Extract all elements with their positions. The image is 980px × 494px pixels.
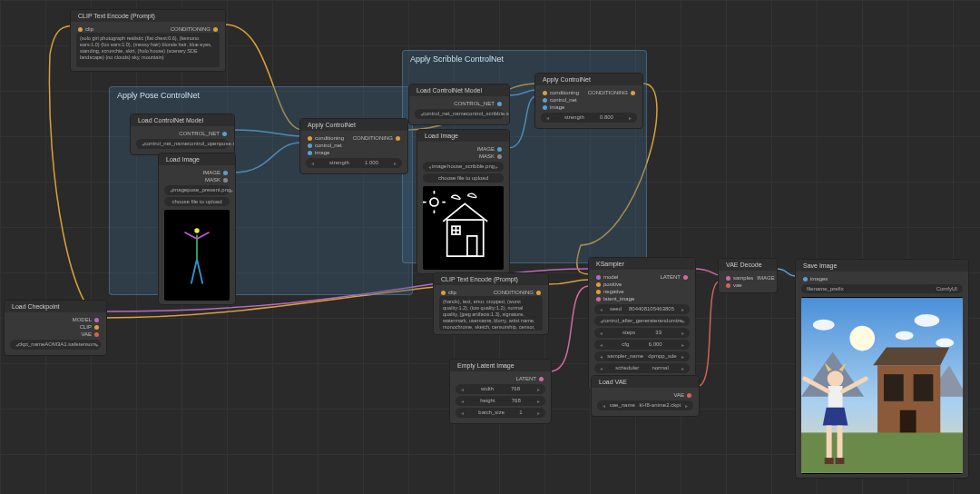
pose-preview xyxy=(164,210,230,301)
port-model: MODEL xyxy=(73,317,92,322)
svg-marker-36 xyxy=(823,408,848,426)
svg-point-2 xyxy=(194,228,199,232)
node-clip-encode[interactable]: CLIP Text Encode (Prompt) clip CONDITION… xyxy=(70,9,226,72)
port-in-clip: clip xyxy=(448,290,456,295)
port-mask: MASK xyxy=(205,177,220,183)
svg-rect-42 xyxy=(836,458,845,464)
port-out-conditioning: CONDITIONING xyxy=(171,26,211,32)
node-title: KSampler xyxy=(589,258,695,270)
port-mask: MASK xyxy=(479,153,495,159)
svg-rect-35 xyxy=(828,386,843,408)
node-scribble-load-image[interactable]: Load Image IMAGE MASK ◂imagehouse_scribb… xyxy=(416,129,510,274)
svg-rect-29 xyxy=(914,374,934,401)
port-images: images xyxy=(810,276,828,282)
port-controlnet: CONTROL_NET xyxy=(454,101,495,106)
port-image: IMAGE xyxy=(477,146,495,152)
node-save-image[interactable]: Save Image images filename_prefixComfyUI xyxy=(795,259,969,479)
prompt-text-neg[interactable]: (hands), text, error, cropped, (worst qu… xyxy=(439,296,543,331)
group-scribble-title: Apply Scribble ControlNet xyxy=(403,51,646,67)
port-image: IMAGE xyxy=(203,170,220,175)
node-title: CLIP Text Encode (Prompt) xyxy=(434,273,548,285)
port-model: model xyxy=(603,274,618,280)
port-vae: VAE xyxy=(673,392,684,398)
port-latent-in: latent_image xyxy=(603,296,634,301)
port-cond-out: CONDITIONING xyxy=(588,90,628,95)
node-title: VAE Decode xyxy=(719,259,777,271)
node-scribble-apply-cn[interactable]: Apply ControlNet conditioningCONDITIONIN… xyxy=(534,73,643,129)
port-vae: VAE xyxy=(81,331,92,337)
svg-rect-41 xyxy=(825,458,834,464)
batch-widget[interactable]: ◂batch_size1▸ xyxy=(456,408,545,418)
port-controlnet: CONTROL_NET xyxy=(179,131,220,136)
svg-point-19 xyxy=(849,326,875,351)
upload-hint[interactable]: choose file to upload xyxy=(164,197,230,206)
vae-name-widget[interactable]: ◂vae_namekl-f8-anime2.ckpt▸ xyxy=(597,400,693,410)
node-title: Load Image xyxy=(159,153,235,165)
node-title: Apply ControlNet xyxy=(300,119,407,131)
port-vae: vae xyxy=(733,282,742,288)
upload-hint[interactable]: choose file to upload xyxy=(423,173,504,183)
port-negative: negative xyxy=(603,289,624,294)
steps-widget[interactable]: ◂steps33▸ xyxy=(594,328,690,338)
strength-widget[interactable]: ◂strength0.800▸ xyxy=(541,113,637,123)
svg-point-23 xyxy=(896,331,914,341)
svg-point-21 xyxy=(915,314,940,327)
port-cn-in: control_net xyxy=(550,97,577,103)
port-cn-in: control_net xyxy=(315,143,342,148)
node-title: Save Image xyxy=(796,260,968,272)
svg-rect-28 xyxy=(884,374,904,401)
svg-point-22 xyxy=(936,339,954,348)
group-pose-title: Apply Pose ControlNet xyxy=(110,87,412,104)
cfg-widget[interactable]: ◂cfg6.000▸ xyxy=(594,340,690,350)
node-pose-load-image[interactable]: Load Image IMAGE MASK ◂imagepose_present… xyxy=(158,153,236,305)
img-widget[interactable]: ◂imagepose_present.png▸ xyxy=(164,185,230,195)
node-ksampler[interactable]: KSampler modelLATENT positive negative l… xyxy=(588,257,696,391)
output-preview xyxy=(801,297,963,474)
svg-rect-31 xyxy=(801,432,963,473)
filename-widget[interactable]: filename_prefixComfyUI xyxy=(801,284,963,293)
port-cond-in: conditioning xyxy=(315,135,344,141)
cn-name-widget[interactable]: ◂control_net_namecontrol_scribble.safete… xyxy=(415,109,504,119)
node-title: Load VAE xyxy=(592,376,699,388)
port-in-clip: clip xyxy=(85,26,93,32)
node-title: CLIP Text Encode (Prompt) xyxy=(71,10,225,22)
port-cond-in: conditioning xyxy=(550,90,579,95)
node-title: Load Image xyxy=(417,130,509,142)
sampler-widget[interactable]: ◂sampler_namedpmpp_sde▸ xyxy=(594,351,690,361)
seed-widget[interactable]: ◂seed804408105463805▸ xyxy=(594,304,690,314)
node-empty-latent[interactable]: Empty Latent Image LATENT ◂width768▸ ◂he… xyxy=(449,359,552,424)
svg-rect-39 xyxy=(827,426,832,460)
node-title: Load ControlNet Model xyxy=(409,84,509,96)
scheduler-widget[interactable]: ◂schedulernormal▸ xyxy=(594,363,690,373)
node-title: Empty Latent Image xyxy=(450,360,551,371)
node-title: Load Checkpoint xyxy=(5,301,106,312)
prompt-text[interactable]: (solo girl photograph realistic (flat ch… xyxy=(76,33,220,67)
cag-widget[interactable]: ◂control_after_generaterandomize▸ xyxy=(594,316,690,326)
width-widget[interactable]: ◂width768▸ xyxy=(456,384,545,394)
scribble-preview xyxy=(423,186,504,270)
port-clip: CLIP xyxy=(80,324,92,330)
node-pose-apply-cn[interactable]: Apply ControlNet conditioningCONDITIONIN… xyxy=(299,118,408,174)
port-latent: LATENT xyxy=(515,376,536,381)
port-samples: samples xyxy=(733,275,753,281)
node-scribble-load-cn[interactable]: Load ControlNet Model CONTROL_NET ◂contr… xyxy=(408,84,510,125)
node-title: Apply ControlNet xyxy=(535,74,642,85)
node-pose-load-cn[interactable]: Load ControlNet Model CONTROL_NET ◂contr… xyxy=(130,114,235,155)
cn-name-widget[interactable]: ◂control_net_namecontrol_openpose.safete… xyxy=(136,139,229,149)
img-widget[interactable]: ◂imagehouse_scribble.png▸ xyxy=(423,162,504,172)
svg-point-32 xyxy=(828,370,844,387)
port-latent: LATENT xyxy=(660,274,681,280)
strength-widget[interactable]: ◂strength1.000▸ xyxy=(306,158,402,168)
height-widget[interactable]: ◂height768▸ xyxy=(456,396,545,406)
svg-point-20 xyxy=(813,320,835,331)
port-positive: positive xyxy=(603,282,622,287)
node-load-checkpoint[interactable]: Load Checkpoint MODEL CLIP VAE ◂ckpt_nam… xyxy=(4,300,107,356)
svg-rect-40 xyxy=(838,426,843,460)
node-load-vae[interactable]: Load VAE VAE ◂vae_namekl-f8-anime2.ckpt▸ xyxy=(591,375,700,417)
node-clip-encode-neg[interactable]: CLIP Text Encode (Prompt) clip CONDITION… xyxy=(433,272,549,335)
node-vae-decode[interactable]: VAE Decode samplesIMAGE vae xyxy=(718,258,778,293)
port-image: IMAGE xyxy=(757,275,774,281)
ckpt-name-widget[interactable]: ◂ckpt_nameAOM3A1.safetensors▸ xyxy=(10,340,101,350)
node-title: Load ControlNet Model xyxy=(131,114,234,126)
port-cond-out: CONDITIONING xyxy=(353,135,393,141)
